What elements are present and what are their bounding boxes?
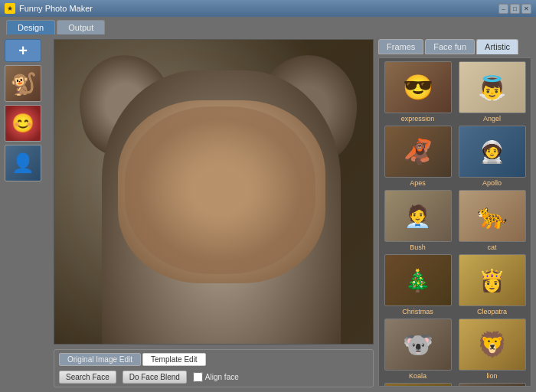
gallery-thumb-koala: 🐨 (384, 318, 452, 371)
gallery-wrapper: 😎 expression 👼 Angel 🦧 (378, 57, 531, 387)
gallery-thumb-bush: 🧑‍💼 (384, 190, 452, 242)
gallery-label-cat: cat (487, 243, 496, 251)
tab-template-edit[interactable]: Template Edit (142, 353, 206, 366)
main-canvas: Original Image Edit Template Edit Search… (54, 39, 374, 387)
thumbnail-2[interactable]: 😊 (5, 105, 41, 142)
gallery-label-apollo: Apollo (482, 179, 502, 187)
bottom-tools: Original Image Edit Template Edit Search… (54, 349, 374, 387)
search-face-button[interactable]: Search Face (59, 371, 116, 384)
gallery-grid: 😎 expression 👼 Angel 🦧 (378, 57, 531, 387)
window-controls: – □ ✕ (498, 4, 531, 14)
tab-output[interactable]: Output (57, 20, 105, 34)
gallery-thumb-cat: 🐆 (459, 190, 526, 242)
top-tab-bar: Design Output (0, 17, 536, 34)
title-bar-left: ★ Funny Photo Maker (5, 3, 93, 14)
gallery-item-apollo[interactable]: 🧑‍🚀 Apollo (456, 126, 528, 187)
gallery-thumb-extra2: 🎭 (459, 383, 526, 387)
maximize-button[interactable]: □ (510, 4, 520, 14)
right-panel: Frames Face fun Artistic 😎 expression 👼 (378, 39, 531, 387)
gallery-item-extra1[interactable]: 🌟 (382, 383, 453, 387)
tab-original-image-edit[interactable]: Original Image Edit (59, 353, 141, 366)
tab-artistic[interactable]: Artistic (476, 39, 518, 54)
align-face-checkbox[interactable] (193, 372, 203, 382)
gallery-item-angel[interactable]: 👼 Angel (456, 61, 528, 122)
tab-design[interactable]: Design (6, 20, 55, 34)
tab-face-fun[interactable]: Face fun (425, 39, 475, 54)
gallery-item-lion[interactable]: 🦁 lion (456, 318, 528, 380)
app-title: Funny Photo Maker (19, 4, 93, 13)
content-area: + 🐒 😊 👤 (0, 34, 536, 392)
right-tab-bar: Frames Face fun Artistic (378, 39, 531, 54)
gallery-thumb-christmas: 🎄 (384, 254, 452, 306)
gallery-label-lion: lion (486, 372, 497, 380)
align-face-checkbox-row: Align face (193, 372, 239, 382)
gallery-thumb-apollo: 🧑‍🚀 (459, 126, 526, 178)
align-face-label: Align face (205, 373, 239, 381)
title-bar: ★ Funny Photo Maker – □ ✕ (0, 0, 536, 17)
gallery-label-cleopatra: Cleopatra (477, 308, 507, 315)
gallery-item-extra2[interactable]: 🎭 (456, 383, 528, 387)
left-panel: + 🐒 😊 👤 (5, 39, 49, 387)
face-overlay (125, 106, 316, 273)
gallery-thumb-cleopatra: 👸 (459, 254, 526, 306)
close-button[interactable]: ✕ (521, 4, 531, 14)
do-face-blend-button[interactable]: Do Face Blend (123, 371, 187, 384)
app-body: Design Output + 🐒 😊 👤 (0, 17, 536, 392)
gallery-label-bush: Bush (410, 243, 426, 251)
minimize-button[interactable]: – (498, 4, 508, 14)
gallery-item-christmas[interactable]: 🎄 Christmas (382, 254, 453, 315)
gallery-thumb-expression: 😎 (384, 61, 452, 113)
add-photo-button[interactable]: + (5, 39, 41, 62)
gallery-thumb-apes: 🦧 (384, 126, 452, 178)
bottom-tab-bar: Original Image Edit Template Edit (59, 353, 368, 366)
gallery-label-apes: Apes (410, 179, 426, 187)
gallery-thumb-lion: 🦁 (459, 318, 526, 371)
gallery-item-expression[interactable]: 😎 expression (382, 61, 453, 122)
tab-frames[interactable]: Frames (378, 39, 423, 54)
gallery-item-koala[interactable]: 🐨 Koala (382, 318, 453, 380)
gallery-item-apes[interactable]: 🦧 Apes (382, 126, 453, 187)
canvas-background (54, 40, 373, 344)
thumbnail-1[interactable]: 🐒 (5, 65, 41, 102)
gallery-item-cat[interactable]: 🐆 cat (456, 190, 528, 251)
gallery-label-angel: Angel (483, 115, 501, 122)
gallery-item-bush[interactable]: 🧑‍💼 Bush (382, 190, 453, 251)
app-icon: ★ (5, 3, 15, 14)
gallery-label-christmas: Christmas (402, 308, 433, 315)
bottom-controls: Search Face Do Face Blend Align face (59, 371, 368, 384)
gallery-item-cleopatra[interactable]: 👸 Cleopatra (456, 254, 528, 315)
thumbnail-3[interactable]: 👤 (5, 145, 41, 181)
gallery-thumb-extra1: 🌟 (384, 383, 452, 387)
gallery-label-expression: expression (401, 115, 435, 122)
gallery-thumb-angel: 👼 (459, 61, 526, 113)
canvas-area (54, 39, 374, 345)
gallery-label-koala: Koala (409, 372, 427, 380)
